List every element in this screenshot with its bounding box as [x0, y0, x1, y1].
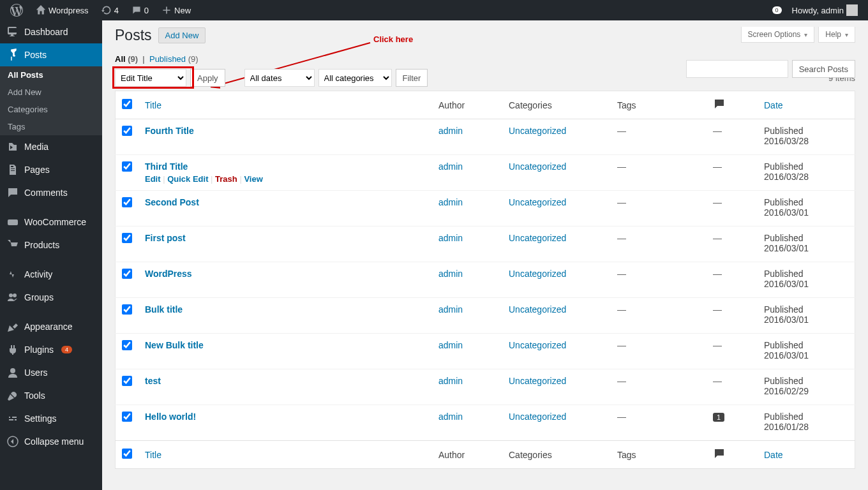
- row-checkbox[interactable]: [122, 376, 132, 386]
- col-date[interactable]: Date: [764, 100, 783, 110]
- post-title-link[interactable]: test: [145, 376, 161, 386]
- col-date-footer[interactable]: Date: [764, 450, 783, 460]
- author-link[interactable]: admin: [438, 233, 463, 243]
- category-filter-select[interactable]: All categories: [318, 69, 392, 87]
- category-link[interactable]: Uncategorized: [509, 376, 566, 386]
- category-link[interactable]: Uncategorized: [509, 161, 566, 172]
- sidebar-item-plugins[interactable]: Plugins 4: [0, 338, 102, 361]
- post-title-link[interactable]: Second Post: [145, 197, 199, 207]
- sidebar-item-comments[interactable]: Comments: [0, 181, 102, 204]
- post-title-link[interactable]: WordPress: [145, 269, 192, 279]
- author-link[interactable]: admin: [438, 376, 463, 386]
- new-label: New: [174, 6, 191, 15]
- category-link[interactable]: Uncategorized: [509, 269, 566, 279]
- row-checkbox[interactable]: [122, 126, 132, 136]
- select-all-checkbox-footer[interactable]: [122, 449, 132, 459]
- updates-link[interactable]: 4: [96, 0, 124, 20]
- search-input[interactable]: [686, 60, 788, 78]
- comment-dash: —: [713, 161, 722, 172]
- view-link[interactable]: View: [244, 174, 262, 184]
- user-menu[interactable]: Howdy, admin: [787, 0, 863, 20]
- sidebar-item-tools[interactable]: Tools: [0, 384, 102, 407]
- author-link[interactable]: admin: [438, 304, 463, 315]
- notif-badge[interactable]: 0: [772, 6, 782, 14]
- submenu-all-posts[interactable]: All Posts: [0, 66, 102, 84]
- row-checkbox[interactable]: [122, 233, 132, 243]
- edit-link[interactable]: Edit: [145, 174, 161, 184]
- sidebar-label: Posts: [24, 50, 47, 60]
- sidebar-item-groups[interactable]: Groups: [0, 286, 102, 309]
- post-title-link[interactable]: Third Title: [145, 161, 188, 172]
- category-link[interactable]: Uncategorized: [509, 340, 566, 350]
- wp-logo-menu[interactable]: [5, 0, 28, 20]
- comment-dash: —: [713, 197, 722, 207]
- apply-button[interactable]: Apply: [190, 69, 225, 87]
- select-all-checkbox[interactable]: [122, 99, 132, 109]
- site-name-link[interactable]: Wordpress: [31, 0, 94, 20]
- add-new-button[interactable]: Add New: [158, 27, 206, 43]
- filter-button[interactable]: Filter: [396, 69, 428, 87]
- trash-link[interactable]: Trash: [215, 174, 237, 184]
- sidebar-collapse[interactable]: Collapse menu: [0, 430, 102, 453]
- submenu-add-new[interactable]: Add New: [0, 84, 102, 101]
- row-checkbox[interactable]: [122, 340, 132, 350]
- author-link[interactable]: admin: [438, 161, 463, 172]
- author-link[interactable]: admin: [438, 340, 463, 350]
- page-icon: [6, 163, 19, 176]
- search-button[interactable]: Search Posts: [792, 60, 855, 78]
- comments-link[interactable]: 0: [126, 0, 154, 20]
- sidebar-label: Dashboard: [24, 27, 68, 37]
- row-checkbox[interactable]: [122, 412, 132, 422]
- quick-edit-link[interactable]: Quick Edit: [167, 174, 208, 184]
- sidebar-item-posts[interactable]: Posts: [0, 43, 102, 66]
- col-title[interactable]: Title: [145, 100, 161, 110]
- col-title-footer[interactable]: Title: [145, 450, 161, 460]
- category-link[interactable]: Uncategorized: [509, 197, 566, 207]
- submenu-categories[interactable]: Categories: [0, 101, 102, 118]
- filter-all[interactable]: All (9): [115, 54, 138, 64]
- category-link[interactable]: Uncategorized: [509, 304, 566, 315]
- admin-sidebar: Dashboard Posts All Posts Add New Catego…: [0, 20, 102, 490]
- sidebar-item-dashboard[interactable]: Dashboard: [0, 20, 102, 43]
- sidebar-item-media[interactable]: Media: [0, 135, 102, 158]
- row-checkbox[interactable]: [122, 304, 132, 315]
- post-title-link[interactable]: Fourth Title: [145, 126, 194, 136]
- sidebar-item-products[interactable]: Products: [0, 234, 102, 256]
- comment-count-bubble[interactable]: 1: [713, 413, 724, 422]
- post-title-link[interactable]: Hello world!: [145, 412, 196, 422]
- tags-value: —: [617, 269, 626, 279]
- submenu-tags[interactable]: Tags: [0, 118, 102, 135]
- tags-value: —: [617, 197, 626, 207]
- date-value: 2016/03/01: [764, 279, 809, 289]
- post-title-link[interactable]: Bulk title: [145, 304, 183, 315]
- category-link[interactable]: Uncategorized: [509, 126, 566, 136]
- row-checkbox[interactable]: [122, 161, 132, 172]
- author-link[interactable]: admin: [438, 126, 463, 136]
- admin-topbar: Wordpress 4 0 New 0 Howdy, admin: [0, 0, 868, 20]
- bulk-action-select[interactable]: Edit Title: [115, 69, 186, 87]
- author-link[interactable]: admin: [438, 197, 463, 207]
- sidebar-item-users[interactable]: Users: [0, 361, 102, 384]
- author-link[interactable]: admin: [438, 269, 463, 279]
- date-filter-select[interactable]: All dates: [244, 69, 315, 87]
- col-comments-footer[interactable]: [707, 441, 758, 469]
- new-content-link[interactable]: New: [156, 0, 196, 20]
- sidebar-item-pages[interactable]: Pages: [0, 158, 102, 181]
- row-checkbox[interactable]: [122, 197, 132, 207]
- post-title-link[interactable]: First post: [145, 233, 186, 243]
- sidebar-item-appearance[interactable]: Appearance: [0, 315, 102, 338]
- col-comments[interactable]: [707, 91, 758, 119]
- plus-icon: [161, 5, 172, 15]
- filter-published[interactable]: Published (9): [149, 54, 198, 64]
- post-title-link[interactable]: New Bulk title: [145, 340, 204, 350]
- category-link[interactable]: Uncategorized: [509, 233, 566, 243]
- sidebar-item-woocommerce[interactable]: WooCommerce: [0, 211, 102, 234]
- sidebar-item-activity[interactable]: Activity: [0, 263, 102, 286]
- sidebar-label: Appearance: [24, 322, 73, 332]
- screen-options-button[interactable]: Screen Options: [741, 27, 815, 43]
- category-link[interactable]: Uncategorized: [509, 412, 566, 422]
- sidebar-item-settings[interactable]: Settings: [0, 407, 102, 430]
- help-button[interactable]: Help: [818, 27, 855, 43]
- author-link[interactable]: admin: [438, 412, 463, 422]
- row-checkbox[interactable]: [122, 269, 132, 279]
